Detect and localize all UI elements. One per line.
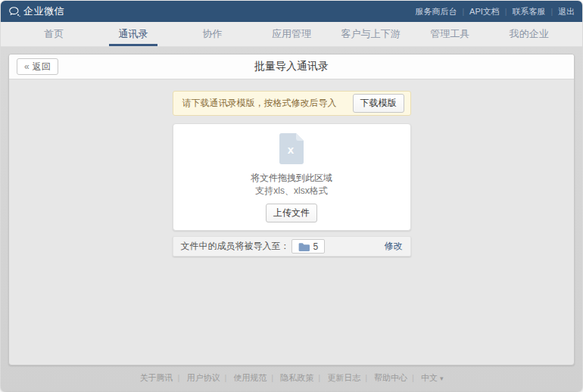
drag-hint-text: 将文件拖拽到此区域 — [251, 172, 332, 185]
format-hint-text: 支持xls、xlsx格式 — [255, 185, 327, 198]
footer-link-help-center[interactable]: 帮助中心 — [374, 373, 419, 382]
footer-link-privacy-policy[interactable]: 隐私政策 — [280, 373, 325, 382]
footer-link-changelog[interactable]: 更新日志 — [327, 373, 372, 382]
caret-down-icon: ▾ — [440, 375, 444, 382]
top-link-api-docs[interactable]: API文档 — [469, 6, 512, 17]
tab-my-company[interactable]: 我的企业 — [489, 22, 569, 46]
footer-link-user-agreement[interactable]: 用户协议 — [186, 373, 231, 382]
content-panel: « 返回 批量导入通讯录 请下载通讯录模版，按格式修改后导入 下载模版 — [8, 54, 575, 366]
tab-customers-updownstream[interactable]: 客户与上下游 — [331, 22, 410, 46]
back-chevron-icon: « — [24, 61, 30, 72]
modify-link[interactable]: 修改 — [385, 240, 403, 253]
back-button[interactable]: « 返回 — [17, 58, 58, 75]
folder-icon — [298, 242, 310, 251]
notice-text: 请下载通讯录模版，按格式修改后导入 — [182, 97, 337, 110]
upload-file-button[interactable]: 上传文件 — [266, 204, 317, 222]
svg-text:x: x — [288, 143, 295, 156]
brand: 企业微信 — [8, 5, 64, 18]
download-template-button[interactable]: 下载模版 — [353, 94, 404, 113]
page-background: « 返回 批量导入通讯录 请下载通讯录模版，按格式修改后导入 下载模版 — [1, 47, 582, 391]
tab-contacts[interactable]: 通讯录 — [94, 22, 173, 46]
import-target-label: 文件中的成员将被导入至： — [181, 240, 290, 253]
wework-logo-icon — [8, 5, 20, 17]
tab-admin-tools[interactable]: 管理工具 — [410, 22, 490, 46]
upload-dropzone[interactable]: x 将文件拖拽到此区域 支持xls、xlsx格式 上传文件 — [173, 123, 411, 231]
panel-header: « 返回 批量导入通讯录 — [9, 54, 574, 79]
top-link-contact-support[interactable]: 联系客服 — [512, 6, 558, 17]
footer: 关于腾讯 用户协议 使用规范 隐私政策 更新日志 帮助中心 中文▾ — [1, 372, 582, 384]
panel-body: 请下载通讯录模版，按格式修改后导入 下载模版 x 将文件拖拽到此区域 支持xls… — [9, 79, 574, 257]
tab-home[interactable]: 首页 — [14, 22, 94, 46]
top-link-provider-console[interactable]: 服务商后台 — [415, 6, 469, 17]
tab-app-management[interactable]: 应用管理 — [252, 22, 332, 46]
app-window: 企业微信 服务商后台 API文档 联系客服 退出 首页 通讯录 协作 应用管理 … — [1, 1, 582, 391]
import-target-row: 文件中的成员将被导入至： 5 修改 — [173, 236, 411, 257]
top-link-logout[interactable]: 退出 — [558, 6, 575, 17]
back-button-label: 返回 — [33, 61, 51, 73]
page-title: 批量导入通讯录 — [254, 60, 329, 73]
tab-collaboration[interactable]: 协作 — [173, 22, 252, 46]
excel-file-icon: x — [277, 132, 306, 166]
language-selector[interactable]: 中文▾ — [421, 373, 444, 382]
top-links: 服务商后台 API文档 联系客服 退出 — [415, 6, 575, 17]
brand-label: 企业微信 — [23, 5, 64, 18]
department-count: 5 — [313, 241, 319, 252]
footer-link-usage-rules[interactable]: 使用规范 — [233, 373, 278, 382]
department-chip[interactable]: 5 — [292, 239, 326, 254]
top-bar: 企业微信 服务商后台 API文档 联系客服 退出 — [1, 1, 582, 22]
main-nav: 首页 通讯录 协作 应用管理 客户与上下游 管理工具 我的企业 — [1, 22, 582, 47]
template-notice: 请下载通讯录模版，按格式修改后导入 下载模版 — [173, 91, 411, 116]
footer-link-about-tencent[interactable]: 关于腾讯 — [139, 373, 184, 382]
language-label: 中文 — [421, 373, 438, 382]
